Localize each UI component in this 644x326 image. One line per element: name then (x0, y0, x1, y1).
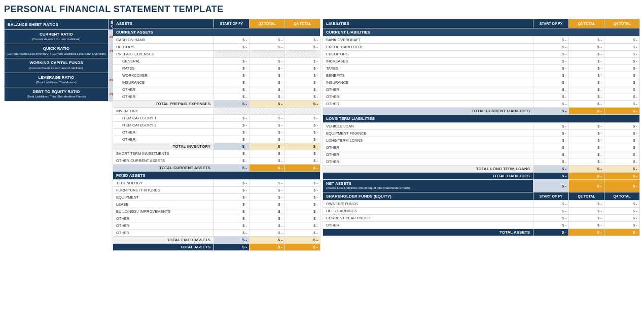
liability-row: CREDIT CARD DEBT$ -$ -$ - (323, 44, 640, 51)
asset-label: OTHER (113, 222, 214, 230)
asset-row: TECHNOLOGY$ -$ -$ - (113, 180, 320, 187)
asset-value: $ - (249, 215, 285, 222)
asset-row: OTHER$ -$ -$ - (113, 129, 320, 136)
asset-value: $ - (214, 136, 249, 143)
asset-value: $ - (249, 93, 285, 101)
asset-row: OTHER$ -$ -$ - (113, 136, 320, 143)
liabilities-col-start: START OF FY (533, 19, 569, 28)
asset-value (214, 108, 249, 115)
asset-value: $ - (214, 93, 249, 101)
liability-row: OTHER$ -$ -$ - (323, 93, 640, 101)
asset-label: ITEM CATEGORY 1 (113, 115, 214, 122)
asset-label: TOTAL PREPAID EXPENSES (113, 101, 214, 108)
asset-value: $ - (249, 230, 285, 237)
asset-value: $ - (285, 180, 320, 187)
asset-label: GENERAL (113, 58, 214, 65)
asset-value: $ - (214, 157, 249, 165)
asset-value: $ - (214, 230, 249, 237)
liability-row: CURRENT YEAR PROFIT$ -$ -$ - (323, 215, 640, 222)
ratio-label: LEVERAGE RATIO(Total Liabilities / Total… (5, 73, 109, 87)
asset-value: $ - (285, 58, 320, 65)
asset-value: $ - (285, 157, 320, 165)
asset-value: $ - (214, 44, 249, 51)
asset-label: RATES (113, 65, 214, 72)
asset-row: SHORT TERM INVESTMENTS$ -$ -$ - (113, 150, 320, 157)
liability-row: LONG TERM LIABILITIES (323, 115, 640, 123)
asset-value: $ - (249, 187, 285, 194)
asset-value: $ - (249, 115, 285, 122)
liability-row: EQUIPMENT FINANCE$ -$ -$ - (323, 130, 640, 137)
asset-value: $ - (214, 122, 249, 129)
liabilities-section: LIABILITIES START OF FY Q2 TOTAL Q4 TOTA… (323, 19, 640, 251)
asset-label: SHORT TERM INVESTMENTS (113, 150, 214, 157)
assets-col-start: START OF FY (214, 19, 249, 28)
asset-row: OTHER$ -$ -$ - (113, 222, 320, 230)
liability-row: BENEFITS$ -$ -$ - (323, 72, 640, 79)
asset-value: $ - (285, 150, 320, 157)
asset-value: $ - (249, 136, 285, 143)
liability-row: TOTAL LIABILITIES$ -$ -$ - (323, 173, 640, 180)
asset-row: TOTAL ASSETS$ -$ -$ - (113, 244, 320, 251)
liability-row: INCREASES$ -$ -$ - (323, 58, 640, 65)
asset-label: LEASE (113, 201, 214, 208)
asset-value: $ - (214, 72, 249, 79)
asset-label: WORKCOVER (113, 72, 214, 79)
asset-value: $ - (285, 122, 320, 129)
asset-value: $ - (285, 44, 320, 51)
asset-label: OTHER (113, 93, 214, 101)
asset-value: $ - (214, 79, 249, 86)
asset-label: INSURANCE (113, 79, 214, 86)
asset-value: $ - (214, 58, 249, 65)
content-wrapper: BALANCE SHEET RATIOS START OF FY Q2 TOTA… (4, 19, 640, 251)
liability-row: TAXES$ -$ -$ - (323, 65, 640, 72)
asset-row: OTHER$ -$ -$ - (113, 230, 320, 237)
asset-value: $ - (214, 115, 249, 122)
asset-value: $ - (285, 101, 320, 108)
asset-label: OTHER (113, 230, 214, 237)
asset-row: CASH ON HAND$ -$ -$ - (113, 37, 320, 44)
asset-value: $ - (285, 230, 320, 237)
asset-value: $ - (214, 150, 249, 157)
asset-value: $ - (214, 215, 249, 222)
asset-label: EQUIPMENT (113, 194, 214, 201)
assets-header: ASSETS (113, 19, 214, 28)
asset-label: PREPAID EXPENSES (113, 51, 214, 58)
asset-value: $ - (249, 201, 285, 208)
liability-row: NET ASSETS(Assets Less Liabilities; shou… (323, 180, 640, 192)
asset-row: FIXED ASSETS (113, 172, 320, 180)
liability-row: OWNERS' FUNDS$ -$ -$ - (323, 201, 640, 208)
liability-row: OTHER$ -$ -$ - (323, 86, 640, 93)
asset-row: TOTAL FIXED ASSETS$ -$ -$ - (113, 237, 320, 244)
page-title: PERSONAL FINANCIAL STATEMENT TEMPLATE (4, 4, 640, 15)
liability-row: CREDITORS$ -$ -$ - (323, 51, 640, 58)
asset-value: $ - (249, 72, 285, 79)
asset-value: $ - (214, 244, 249, 251)
asset-value: $ - (214, 187, 249, 194)
current-assets-label: CURRENT ASSETS (113, 28, 320, 37)
asset-value: $ - (249, 58, 285, 65)
liabilities-col-q4: Q4 TOTAL (604, 19, 640, 28)
asset-value (214, 51, 249, 58)
asset-row: OTHER$ -$ -$ - (113, 215, 320, 222)
asset-label: BUILDINGS / IMPROVEMENTS (113, 208, 214, 215)
liabilities-header: LIABILITIES (323, 19, 533, 28)
asset-value: $ - (214, 37, 249, 44)
asset-value: $ - (285, 136, 320, 143)
asset-value: $ - (285, 72, 320, 79)
asset-value: $ - (285, 129, 320, 136)
asset-value: $ - (285, 65, 320, 72)
asset-value: $ - (285, 215, 320, 222)
liability-row: SHAREHOLDER FUNDS (EQUITY)START OF FYQ2 … (323, 192, 640, 201)
asset-row: EQUIPMENT$ -$ -$ - (113, 194, 320, 201)
asset-value: $ - (214, 201, 249, 208)
asset-value: $ - (214, 237, 249, 244)
liability-row: OTHER$ -$ -$ - (323, 158, 640, 166)
asset-value: $ - (285, 194, 320, 201)
asset-value: $ - (249, 122, 285, 129)
asset-label: TOTAL FIXED ASSETS (113, 237, 214, 244)
asset-value: $ - (285, 244, 320, 251)
asset-value: $ - (285, 37, 320, 44)
asset-row: TOTAL INVENTORY$ -$ -$ - (113, 143, 320, 150)
asset-value: $ - (214, 65, 249, 72)
asset-value: $ - (285, 208, 320, 215)
